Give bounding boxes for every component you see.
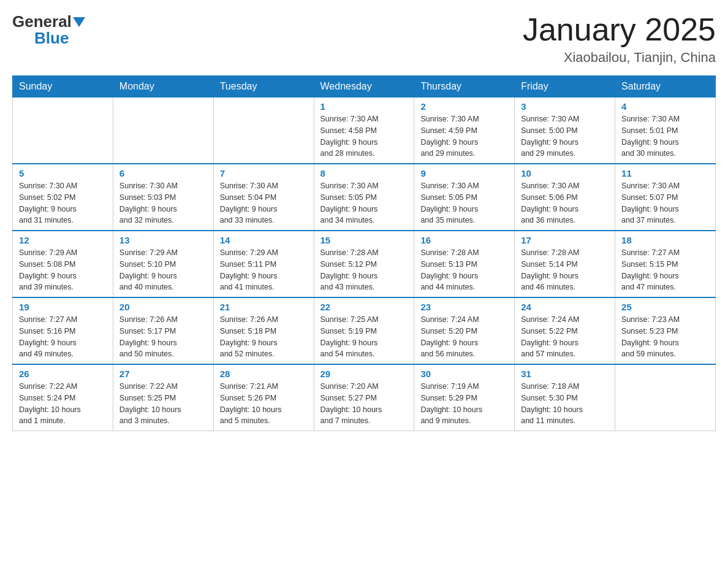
day-info: Sunrise: 7:30 AM Sunset: 5:00 PM Dayligh… [521,113,609,159]
day-number: 4 [621,101,709,112]
day-info: Sunrise: 7:30 AM Sunset: 5:02 PM Dayligh… [19,180,107,226]
calendar-cell: 15Sunrise: 7:28 AM Sunset: 5:12 PM Dayli… [314,231,414,297]
day-number: 29 [320,369,408,379]
day-info: Sunrise: 7:30 AM Sunset: 5:05 PM Dayligh… [420,180,508,226]
day-number: 19 [19,302,107,312]
calendar-week-row-2: 5Sunrise: 7:30 AM Sunset: 5:02 PM Daylig… [13,164,716,231]
day-number: 5 [19,168,107,178]
day-number: 8 [320,168,408,178]
day-number: 28 [220,369,308,379]
calendar-cell: 25Sunrise: 7:23 AM Sunset: 5:23 PM Dayli… [615,297,716,364]
weekday-header-row: SundayMondayTuesdayWednesdayThursdayFrid… [13,76,716,98]
day-number: 24 [521,302,609,312]
calendar-cell: 6Sunrise: 7:30 AM Sunset: 5:03 PM Daylig… [113,164,213,231]
calendar-cell: 17Sunrise: 7:28 AM Sunset: 5:14 PM Dayli… [515,231,615,297]
day-number: 15 [320,235,408,245]
day-number: 18 [621,235,709,245]
calendar-week-row-1: 1Sunrise: 7:30 AM Sunset: 4:58 PM Daylig… [13,98,716,164]
logo-triangle-icon [73,17,85,27]
calendar-cell: 10Sunrise: 7:30 AM Sunset: 5:06 PM Dayli… [515,164,615,231]
day-info: Sunrise: 7:27 AM Sunset: 5:15 PM Dayligh… [621,247,709,293]
day-info: Sunrise: 7:30 AM Sunset: 5:07 PM Dayligh… [621,180,709,226]
month-title: January 2025 [523,12,716,47]
day-number: 3 [521,101,609,112]
day-number: 10 [521,168,609,178]
day-number: 11 [621,168,709,178]
day-info: Sunrise: 7:23 AM Sunset: 5:23 PM Dayligh… [621,314,709,360]
calendar-cell: 14Sunrise: 7:29 AM Sunset: 5:11 PM Dayli… [213,231,314,297]
calendar-cell: 31Sunrise: 7:18 AM Sunset: 5:30 PM Dayli… [515,364,615,431]
day-number: 7 [220,168,308,178]
calendar-cell: 28Sunrise: 7:21 AM Sunset: 5:26 PM Dayli… [213,364,314,431]
calendar-cell: 4Sunrise: 7:30 AM Sunset: 5:01 PM Daylig… [615,98,716,164]
day-number: 20 [119,302,207,312]
header: General Blue January 2025 Xiaobailou, Ti… [12,12,716,66]
day-info: Sunrise: 7:30 AM Sunset: 4:58 PM Dayligh… [320,113,408,159]
day-info: Sunrise: 7:26 AM Sunset: 5:18 PM Dayligh… [220,314,308,360]
day-info: Sunrise: 7:19 AM Sunset: 5:29 PM Dayligh… [420,381,508,427]
calendar-table: SundayMondayTuesdayWednesdayThursdayFrid… [12,75,716,431]
day-info: Sunrise: 7:30 AM Sunset: 5:03 PM Dayligh… [119,180,207,226]
day-info: Sunrise: 7:29 AM Sunset: 5:10 PM Dayligh… [119,247,207,293]
day-number: 21 [220,302,308,312]
calendar-cell: 22Sunrise: 7:25 AM Sunset: 5:19 PM Dayli… [314,297,414,364]
day-number: 12 [19,235,107,245]
day-number: 22 [320,302,408,312]
calendar-cell: 3Sunrise: 7:30 AM Sunset: 5:00 PM Daylig… [515,98,615,164]
calendar-cell: 1Sunrise: 7:30 AM Sunset: 4:58 PM Daylig… [314,98,414,164]
logo: General Blue [12,12,86,48]
day-number: 25 [621,302,709,312]
calendar-cell: 12Sunrise: 7:29 AM Sunset: 5:08 PM Dayli… [13,231,113,297]
day-number: 31 [521,369,609,379]
day-info: Sunrise: 7:28 AM Sunset: 5:14 PM Dayligh… [521,247,609,293]
calendar-week-row-4: 19Sunrise: 7:27 AM Sunset: 5:16 PM Dayli… [13,297,716,364]
calendar-week-row-3: 12Sunrise: 7:29 AM Sunset: 5:08 PM Dayli… [13,231,716,297]
day-info: Sunrise: 7:24 AM Sunset: 5:20 PM Dayligh… [420,314,508,360]
calendar-cell: 16Sunrise: 7:28 AM Sunset: 5:13 PM Dayli… [414,231,515,297]
calendar-cell: 18Sunrise: 7:27 AM Sunset: 5:15 PM Dayli… [615,231,716,297]
calendar-cell [113,98,213,164]
day-info: Sunrise: 7:30 AM Sunset: 5:04 PM Dayligh… [220,180,308,226]
calendar-week-row-5: 26Sunrise: 7:22 AM Sunset: 5:24 PM Dayli… [13,364,716,431]
day-number: 26 [19,369,107,379]
calendar-cell: 29Sunrise: 7:20 AM Sunset: 5:27 PM Dayli… [314,364,414,431]
weekday-header-thursday: Thursday [414,76,515,98]
day-number: 9 [420,168,508,178]
calendar-cell: 11Sunrise: 7:30 AM Sunset: 5:07 PM Dayli… [615,164,716,231]
calendar-header: SundayMondayTuesdayWednesdayThursdayFrid… [13,76,716,98]
day-info: Sunrise: 7:28 AM Sunset: 5:13 PM Dayligh… [420,247,508,293]
weekday-header-tuesday: Tuesday [213,76,314,98]
calendar-cell: 8Sunrise: 7:30 AM Sunset: 5:05 PM Daylig… [314,164,414,231]
title-area: January 2025 Xiaobailou, Tianjin, China [523,12,716,66]
logo-blue-text: Blue [34,29,69,48]
day-number: 13 [119,235,207,245]
calendar-cell: 27Sunrise: 7:22 AM Sunset: 5:25 PM Dayli… [113,364,213,431]
weekday-header-sunday: Sunday [13,76,113,98]
day-number: 30 [420,369,508,379]
day-info: Sunrise: 7:21 AM Sunset: 5:26 PM Dayligh… [220,381,308,427]
location-subtitle: Xiaobailou, Tianjin, China [523,50,716,66]
day-info: Sunrise: 7:26 AM Sunset: 5:17 PM Dayligh… [119,314,207,360]
day-info: Sunrise: 7:25 AM Sunset: 5:19 PM Dayligh… [320,314,408,360]
calendar-cell: 2Sunrise: 7:30 AM Sunset: 4:59 PM Daylig… [414,98,515,164]
day-info: Sunrise: 7:30 AM Sunset: 5:05 PM Dayligh… [320,180,408,226]
day-number: 17 [521,235,609,245]
calendar-cell: 5Sunrise: 7:30 AM Sunset: 5:02 PM Daylig… [13,164,113,231]
calendar-cell: 7Sunrise: 7:30 AM Sunset: 5:04 PM Daylig… [213,164,314,231]
calendar-cell: 23Sunrise: 7:24 AM Sunset: 5:20 PM Dayli… [414,297,515,364]
calendar-body: 1Sunrise: 7:30 AM Sunset: 4:58 PM Daylig… [13,98,716,431]
day-info: Sunrise: 7:30 AM Sunset: 5:06 PM Dayligh… [521,180,609,226]
calendar-cell [213,98,314,164]
calendar-cell: 19Sunrise: 7:27 AM Sunset: 5:16 PM Dayli… [13,297,113,364]
day-info: Sunrise: 7:29 AM Sunset: 5:08 PM Dayligh… [19,247,107,293]
day-info: Sunrise: 7:30 AM Sunset: 4:59 PM Dayligh… [420,113,508,159]
calendar-cell: 24Sunrise: 7:24 AM Sunset: 5:22 PM Dayli… [515,297,615,364]
calendar-cell [615,364,716,431]
day-info: Sunrise: 7:18 AM Sunset: 5:30 PM Dayligh… [521,381,609,427]
calendar-cell: 9Sunrise: 7:30 AM Sunset: 5:05 PM Daylig… [414,164,515,231]
day-number: 14 [220,235,308,245]
day-number: 2 [420,101,508,112]
calendar-cell: 30Sunrise: 7:19 AM Sunset: 5:29 PM Dayli… [414,364,515,431]
day-info: Sunrise: 7:22 AM Sunset: 5:24 PM Dayligh… [19,381,107,427]
day-info: Sunrise: 7:22 AM Sunset: 5:25 PM Dayligh… [119,381,207,427]
